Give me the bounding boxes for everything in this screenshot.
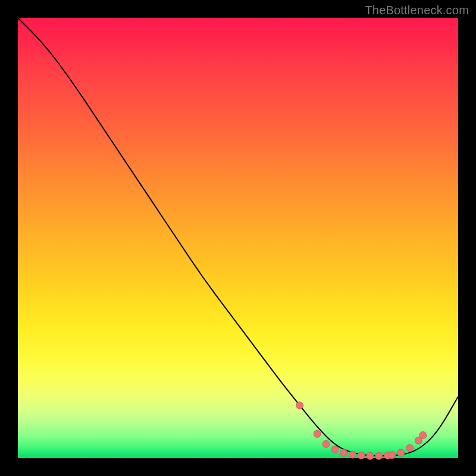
curve-marker bbox=[340, 449, 347, 456]
curve-marker bbox=[389, 452, 396, 459]
curve-marker bbox=[419, 432, 427, 439]
curve-marker bbox=[349, 451, 356, 458]
curve-marker bbox=[406, 444, 414, 452]
curve-marker bbox=[322, 440, 330, 447]
curve-marker bbox=[358, 452, 365, 459]
watermark-text: TheBottleneck.com bbox=[365, 4, 469, 17]
plot-area bbox=[18, 18, 458, 458]
curve-marker bbox=[314, 430, 321, 437]
chart-frame: TheBottleneck.com bbox=[0, 0, 476, 476]
curve-marker bbox=[375, 452, 383, 459]
curve-layer bbox=[18, 18, 458, 458]
curve-marker bbox=[296, 402, 303, 409]
bottleneck-curve bbox=[18, 18, 458, 456]
curve-marker bbox=[331, 446, 339, 453]
curve-markers bbox=[296, 402, 427, 459]
curve-marker bbox=[397, 449, 405, 456]
curve-marker bbox=[367, 452, 374, 459]
